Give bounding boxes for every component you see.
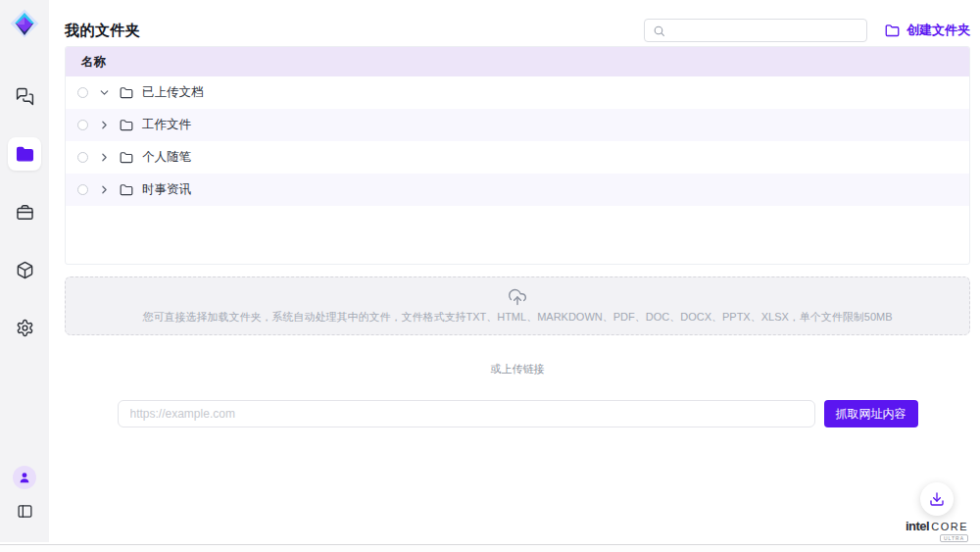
cloud-upload-icon xyxy=(508,287,527,307)
folder-table: 名称 已上传文档 工作文件 xyxy=(65,46,970,265)
corner-widgets: intel core ultra xyxy=(906,482,968,542)
folder-name: 已上传文档 xyxy=(142,84,204,101)
sidebar-item-chat[interactable] xyxy=(8,79,41,113)
intel-label: intel xyxy=(906,519,929,533)
person-icon xyxy=(18,471,31,484)
folder-name: 时事资讯 xyxy=(142,181,191,198)
core-label: core xyxy=(931,521,968,532)
chevron-right-icon[interactable] xyxy=(97,151,111,165)
collapse-sidebar-button[interactable] xyxy=(13,499,36,523)
diamond-logo-icon xyxy=(9,8,40,39)
row-checkbox[interactable] xyxy=(77,87,88,98)
folder-name: 个人随笔 xyxy=(142,149,191,166)
sidebar-item-packages[interactable] xyxy=(8,253,41,286)
topbar: 我的文件夹 创建文件夹 xyxy=(65,0,970,40)
upload-dropzone[interactable]: 您可直接选择加载文件夹，系统自动处理其中的文件，文件格式支持TXT、HTML、M… xyxy=(65,276,970,335)
sidebar-item-folders[interactable] xyxy=(8,137,41,171)
tray-download-icon xyxy=(929,491,945,507)
url-upload-row: 抓取网址内容 xyxy=(65,400,970,427)
main-content: 我的文件夹 创建文件夹 xyxy=(49,0,980,552)
table-body: 已上传文档 工作文件 个人随笔 xyxy=(66,76,969,206)
create-folder-label: 创建文件夹 xyxy=(906,22,970,39)
or-upload-link-label: 或上传链接 xyxy=(65,362,970,376)
download-button[interactable] xyxy=(920,482,954,516)
user-avatar[interactable] xyxy=(13,466,36,489)
sidebar-footer xyxy=(13,466,36,523)
folder-name: 工作文件 xyxy=(142,117,191,133)
search-input-wrapper xyxy=(644,19,867,42)
row-checkbox[interactable] xyxy=(77,120,88,130)
table-row[interactable]: 时事资讯 xyxy=(66,174,969,206)
search-input[interactable] xyxy=(671,24,858,37)
chevron-right-icon[interactable] xyxy=(97,119,111,132)
url-input[interactable] xyxy=(118,400,815,427)
window-bottom-divider xyxy=(0,544,980,552)
app-logo xyxy=(8,7,41,40)
intel-core-wordmark: intel core xyxy=(906,519,968,533)
table-row[interactable]: 已上传文档 xyxy=(66,76,969,109)
table-header: 名称 xyxy=(66,47,969,76)
row-checkbox[interactable] xyxy=(77,184,88,195)
create-folder-button[interactable]: 创建文件夹 xyxy=(885,22,970,39)
chat-icon xyxy=(16,87,34,106)
panel-layout-icon xyxy=(17,503,33,520)
table-row[interactable]: 工作文件 xyxy=(66,109,969,141)
chevron-down-icon[interactable] xyxy=(97,86,111,100)
sidebar-nav xyxy=(8,79,41,344)
fetch-url-button[interactable]: 抓取网址内容 xyxy=(824,400,918,427)
folder-icon xyxy=(120,86,133,100)
cube-icon xyxy=(16,261,34,279)
row-checkbox[interactable] xyxy=(77,152,88,163)
folder-icon xyxy=(120,183,133,197)
upload-hint: 您可直接选择加载文件夹，系统自动处理其中的文件，文件格式支持TXT、HTML、M… xyxy=(142,310,892,325)
ultra-badge: ultra xyxy=(940,534,968,542)
chevron-right-icon[interactable] xyxy=(97,183,111,197)
sidebar-item-toolbox[interactable] xyxy=(8,195,41,228)
app-window: 我的文件夹 创建文件夹 xyxy=(0,0,980,552)
intel-core-logo: intel core ultra xyxy=(906,519,968,542)
page-title: 我的文件夹 xyxy=(65,22,141,40)
gear-icon xyxy=(16,319,34,337)
briefcase-icon xyxy=(16,203,34,222)
search-icon xyxy=(653,25,665,37)
name-column-header: 名称 xyxy=(81,54,106,71)
table-row[interactable]: 个人随笔 xyxy=(66,141,969,174)
folder-icon xyxy=(885,24,900,38)
sidebar xyxy=(0,0,49,542)
folder-icon xyxy=(120,151,133,165)
folder-icon xyxy=(120,119,133,132)
folder-filled-icon xyxy=(16,145,34,164)
sidebar-item-settings[interactable] xyxy=(8,311,41,344)
